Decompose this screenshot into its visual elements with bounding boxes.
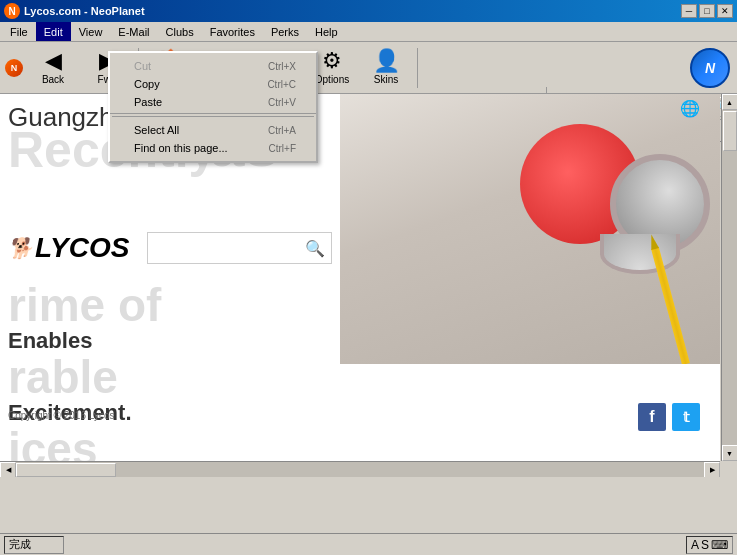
lycos-brand-row: 🐕 LYCOS 🔍: [8, 232, 332, 264]
copy-label: Copy: [134, 78, 160, 90]
paste-shortcut: Ctrl+V: [268, 97, 296, 108]
twitter-icon[interactable]: 𝕥: [672, 403, 700, 431]
menu-paste[interactable]: Paste Ctrl+V: [110, 93, 316, 111]
social-icons: f 𝕥: [638, 403, 700, 431]
scroll-right-button[interactable]: ▶: [704, 462, 720, 478]
select-all-shortcut: Ctrl+A: [268, 125, 296, 136]
minimize-button[interactable]: ─: [681, 4, 697, 18]
lycos-logo: 🐕 LYCOS: [8, 232, 129, 264]
bottom-section: rime of Enables rable Excitement. ices: [0, 274, 340, 461]
browser-window: N Lycos.com - NeoPlanet ─ □ ✕ File Edit …: [0, 0, 737, 555]
back-label: Back: [42, 74, 64, 85]
copyright-text: Copyright © 2016 Lycos: [8, 410, 115, 421]
menu-separator: [112, 116, 314, 117]
options-label: Options: [315, 74, 349, 85]
facebook-icon[interactable]: f: [638, 403, 666, 431]
back-button[interactable]: ◀ Back: [28, 45, 78, 91]
menu-help[interactable]: Help: [307, 22, 346, 41]
scroll-thumb-vertical[interactable]: [723, 111, 737, 151]
menu-edit[interactable]: Edit: [36, 22, 71, 41]
product-image: [340, 94, 720, 364]
skins-icon: 👤: [373, 50, 400, 72]
menu-bar: File Edit View E-Mail Clubs Favorites Pe…: [0, 22, 737, 42]
mid-section: 🐕 LYCOS 🔍: [0, 224, 340, 272]
separator2: [417, 48, 418, 88]
tray-icon-1: A: [691, 538, 699, 552]
menu-copy[interactable]: Copy Ctrl+C: [110, 75, 316, 93]
title-buttons: ─ □ ✕: [681, 4, 733, 18]
menu-find-on-page[interactable]: Find on this page... Ctrl+F: [110, 139, 316, 157]
scroll-up-button[interactable]: ▲: [722, 94, 738, 110]
copy-shortcut: Ctrl+C: [267, 79, 296, 90]
skins-button[interactable]: 👤 Skins: [361, 45, 411, 91]
menu-select-all[interactable]: Select All Ctrl+A: [110, 121, 316, 139]
vertical-scrollbar[interactable]: ▲ ▼: [721, 94, 737, 461]
menu-view[interactable]: View: [71, 22, 111, 41]
menu-clubs[interactable]: Clubs: [158, 22, 202, 41]
back-icon: ◀: [45, 50, 62, 72]
menu-perks[interactable]: Perks: [263, 22, 307, 41]
bowl-bottom: [600, 234, 680, 274]
window-title: Lycos.com - NeoPlanet: [24, 5, 145, 17]
globe-icon[interactable]: 🌐: [680, 99, 700, 118]
scroll-left-button[interactable]: ◀: [0, 462, 16, 478]
options-icon: ⚙: [322, 50, 342, 72]
browser-icon: N: [4, 3, 20, 19]
select-all-label: Select All: [134, 124, 179, 136]
scroll-track-vertical[interactable]: [722, 110, 738, 445]
scroll-thumb-horizontal[interactable]: [16, 463, 116, 477]
scroll-track-horizontal[interactable]: [16, 462, 704, 478]
cut-shortcut: Ctrl+X: [268, 61, 296, 72]
close-button[interactable]: ✕: [717, 4, 733, 18]
find-on-page-label: Find on this page...: [134, 142, 228, 154]
title-bar-left: N Lycos.com - NeoPlanet: [4, 3, 145, 19]
maximize-button[interactable]: □: [699, 4, 715, 18]
horizontal-scrollbar[interactable]: ◀ ▶: [0, 461, 720, 477]
system-tray: A S ⌨: [686, 536, 733, 554]
scroll-down-button[interactable]: ▼: [722, 445, 738, 461]
search-magnifier-icon[interactable]: 🔍: [305, 239, 325, 258]
tray-icon-3: ⌨: [711, 538, 728, 552]
title-bar: N Lycos.com - NeoPlanet ─ □ ✕: [0, 0, 737, 22]
skins-label: Skins: [374, 74, 398, 85]
status-text: 完成: [9, 537, 31, 552]
status-text-panel: 完成: [4, 536, 64, 554]
lycos-search-box[interactable]: 🔍: [147, 232, 332, 264]
menu-cut[interactable]: Cut Ctrl+X: [110, 57, 316, 75]
menu-file[interactable]: File: [2, 22, 36, 41]
menu-email[interactable]: E-Mail: [110, 22, 157, 41]
menu-group-1: Cut Ctrl+X Copy Ctrl+C Paste Ctrl+V: [110, 55, 316, 114]
status-bar: 完成 A S ⌨: [0, 533, 737, 555]
tagline-rime: rime of: [8, 282, 332, 328]
scrollbar-corner: [721, 461, 737, 477]
lycos-dog-icon: 🐕: [8, 236, 33, 260]
paste-label: Paste: [134, 96, 162, 108]
find-shortcut: Ctrl+F: [269, 143, 297, 154]
cut-label: Cut: [134, 60, 151, 72]
tagline-rable: rable: [8, 354, 332, 400]
menu-group-2: Select All Ctrl+A Find on this page... C…: [110, 119, 316, 159]
page-footer: Copyright © 2016 Lycos: [0, 406, 123, 425]
tray-icon-2: S: [701, 538, 709, 552]
menu-favorites[interactable]: Favorites: [202, 22, 263, 41]
edit-dropdown-menu: Cut Ctrl+X Copy Ctrl+C Paste Ctrl+V Sele…: [108, 51, 318, 163]
tagline-ices: ices: [8, 426, 332, 461]
lycos-text: LYCOS: [35, 232, 129, 264]
